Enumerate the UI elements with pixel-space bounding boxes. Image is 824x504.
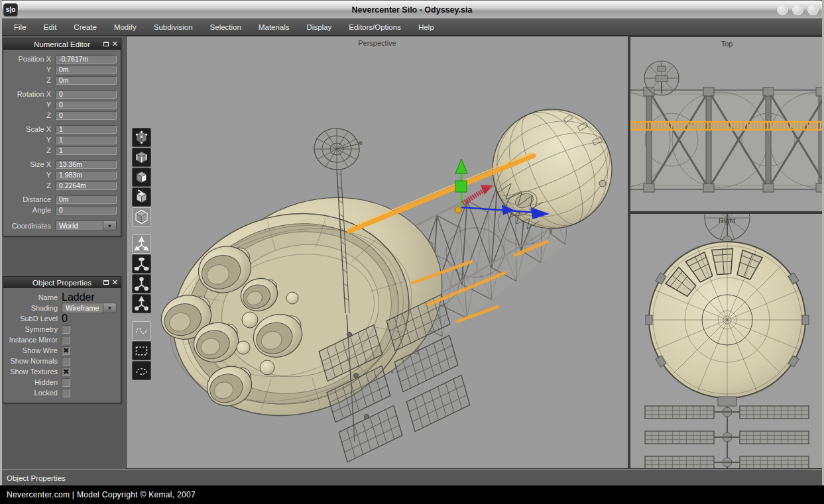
field-label: Y — [5, 101, 55, 109]
main-content: Numerical Editor ✕ Position X-0.7617mY0m… — [0, 36, 824, 469]
object-properties-header[interactable]: Object Properties ✕ — [3, 277, 121, 288]
edge-mode-icon — [133, 149, 150, 166]
menu-editors-options[interactable]: Editors/Options — [340, 19, 410, 35]
spacecraft-model-top — [630, 37, 823, 211]
object-mode-button[interactable] — [132, 207, 151, 227]
field-label: Distance — [5, 195, 55, 203]
spacecraft-model-perspective — [127, 36, 628, 468]
menu-modify[interactable]: Modify — [105, 19, 145, 35]
position-x-field[interactable]: -0.7617m — [55, 55, 117, 64]
subd-level-field[interactable]: 0 — [62, 313, 68, 325]
edge-mode-button[interactable] — [132, 148, 151, 167]
menu-materials[interactable]: Materials — [250, 19, 298, 35]
y-field[interactable]: 1.983m — [55, 171, 117, 179]
field-label: Position X — [5, 55, 55, 63]
numerical-editor-header[interactable]: Numerical Editor ✕ — [3, 38, 121, 50]
window-title: Nevercenter Silo - Odyssey.sia — [0, 5, 824, 15]
paint-select-icon — [133, 323, 150, 339]
field-label: Y — [5, 66, 55, 74]
show-normals-checkbox[interactable] — [62, 357, 70, 366]
lasso-select-button[interactable] — [132, 361, 151, 380]
titlebar[interactable]: s|o Nevercenter Silo - Odyssey.sia — [0, 0, 824, 19]
universal-manipulator-icon — [133, 295, 150, 312]
menu-create[interactable]: Create — [65, 19, 105, 35]
panel-close-icon[interactable]: ✕ — [112, 40, 118, 48]
show-textures-checkbox[interactable]: ✖ — [62, 368, 70, 376]
face-mode-icon — [133, 169, 150, 185]
field-label: Rotation X — [5, 90, 55, 98]
field-label: Coordinates — [5, 222, 55, 230]
symmetry-checkbox[interactable] — [62, 325, 70, 334]
rotation-x-field[interactable]: 0 — [55, 90, 117, 99]
top-viewport-label: Top — [630, 40, 823, 48]
y-field[interactable]: 0 — [55, 101, 117, 109]
menu-file[interactable]: File — [5, 19, 35, 35]
shading-dropdown[interactable]: Wireframe▼ — [62, 303, 117, 313]
vertex-mode-button[interactable] — [132, 128, 151, 147]
panel-restore-icon[interactable] — [103, 280, 109, 285]
field-label: Scale X — [5, 125, 55, 133]
chevron-down-icon[interactable]: ▼ — [103, 303, 116, 313]
field-label: Size X — [5, 160, 55, 168]
panel-restore-icon[interactable] — [103, 42, 109, 46]
right-viewport[interactable]: Right — [630, 213, 824, 469]
face-mode-button[interactable] — [132, 168, 151, 187]
sidebar: Numerical Editor ✕ Position X-0.7617mY0m… — [0, 36, 126, 469]
y-field[interactable]: 1 — [55, 136, 117, 144]
window-buttons — [777, 4, 819, 15]
top-viewport[interactable]: Top — [630, 36, 824, 212]
paint-select-button[interactable] — [132, 321, 151, 340]
field-label: Z — [5, 111, 55, 119]
maximize-button[interactable] — [792, 4, 803, 15]
window-frame-left — [0, 0, 2, 485]
viewport-toolbar — [132, 128, 151, 381]
z-field[interactable]: 0 — [55, 111, 117, 120]
rect-select-button[interactable] — [132, 341, 151, 360]
scale-tool-button[interactable] — [132, 274, 151, 293]
z-field[interactable]: 1 — [55, 146, 117, 155]
checkbox-label: Show Wire — [5, 346, 62, 354]
hidden-checkbox[interactable] — [62, 378, 70, 387]
rotate-tool-icon — [133, 256, 150, 272]
field-label: Z — [5, 76, 55, 84]
scale-x-field[interactable]: 1 — [55, 125, 117, 134]
checkbox-label: Instance Mirror — [5, 336, 62, 344]
menu-display[interactable]: Display — [298, 19, 341, 35]
panel-close-icon[interactable]: ✕ — [112, 279, 118, 286]
distance-field[interactable]: 0m — [55, 195, 117, 204]
show-wire-checkbox[interactable]: ✖ — [62, 346, 70, 355]
field-label: Shading — [5, 304, 62, 312]
instance-mirror-checkbox[interactable] — [62, 336, 70, 344]
y-field[interactable]: 0m — [55, 66, 117, 74]
status-bar: Object Properties — [0, 469, 824, 485]
coordinates-dropdown[interactable]: World▼ — [55, 221, 117, 231]
menu-edit[interactable]: Edit — [35, 19, 66, 35]
menu-selection[interactable]: Selection — [202, 19, 250, 35]
perspective-viewport[interactable]: Perspective — [126, 36, 628, 469]
field-label: Name — [5, 293, 62, 301]
universal-manipulator-button[interactable] — [132, 294, 151, 313]
menu-subdivision[interactable]: Subdivision — [145, 19, 202, 35]
chevron-down-icon[interactable]: ▼ — [103, 221, 116, 230]
minimize-button[interactable] — [777, 4, 788, 15]
checkbox-label: Show Normals — [5, 357, 62, 365]
rotate-tool-button[interactable] — [132, 254, 151, 274]
app-window: s|o Nevercenter Silo - Odyssey.sia FileE… — [0, 0, 824, 485]
field-label: Angle — [5, 206, 55, 214]
close-button[interactable] — [807, 4, 819, 15]
menu-help[interactable]: Help — [410, 19, 443, 35]
field-label: SubD Level — [5, 315, 62, 323]
z-field[interactable]: 0m — [55, 76, 117, 85]
checkbox-label: Hidden — [5, 378, 62, 386]
field-label: Z — [5, 146, 55, 154]
field-label: Y — [5, 171, 55, 179]
locked-checkbox[interactable] — [62, 389, 70, 397]
multi-mode-button[interactable] — [132, 187, 151, 207]
z-field[interactable]: 0.2264m — [55, 181, 117, 190]
right-viewport-label: Right — [630, 217, 823, 225]
name-field[interactable]: Ladder — [62, 291, 95, 303]
move-tool-button[interactable] — [132, 234, 151, 254]
numerical-editor-panel: Numerical Editor ✕ Position X-0.7617mY0m… — [3, 38, 121, 236]
angle-field[interactable]: 0 — [55, 206, 117, 215]
size-x-field[interactable]: 13.36m — [55, 160, 117, 169]
